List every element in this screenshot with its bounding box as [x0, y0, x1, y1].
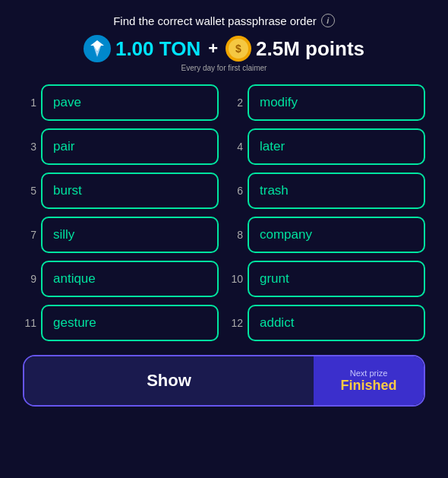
- word-box: modify: [248, 84, 425, 121]
- word-number: 9: [23, 273, 36, 285]
- word-number: 5: [23, 185, 36, 197]
- word-row: 6trash: [229, 173, 425, 209]
- header-title: Find the correct wallet passphrase order: [113, 14, 317, 27]
- word-row: 11gesture: [23, 305, 219, 341]
- points-amount: 2.5M points: [256, 37, 364, 61]
- word-box: antique: [41, 261, 219, 297]
- ton-badge: 1.00 TON: [84, 35, 200, 62]
- word-box: gesture: [41, 305, 219, 341]
- every-day-text: Every day for first claimer: [181, 64, 267, 72]
- next-prize-label: Next prize: [350, 369, 388, 378]
- word-box: pair: [41, 128, 219, 165]
- plus-sign: +: [208, 39, 218, 59]
- word-box: pave: [41, 84, 219, 121]
- word-row: 12addict: [229, 305, 425, 341]
- word-number: 7: [23, 229, 36, 241]
- ton-icon: [84, 35, 111, 62]
- svg-text:$: $: [235, 43, 241, 55]
- page-header: Find the correct wallet passphrase order…: [113, 14, 335, 27]
- word-number: 4: [229, 141, 243, 153]
- word-row: 2modify: [229, 84, 425, 121]
- info-icon[interactable]: i: [321, 14, 335, 27]
- word-row: 10grunt: [229, 261, 425, 297]
- word-row: 3pair: [23, 128, 219, 165]
- word-row: 7silly: [23, 217, 219, 253]
- words-grid: 1pave2modify3pair4later5burst6trash7sill…: [23, 84, 425, 341]
- word-box: grunt: [248, 261, 425, 297]
- word-row: 8company: [229, 217, 425, 253]
- word-number: 11: [23, 317, 36, 329]
- word-number: 12: [229, 317, 243, 329]
- word-box: later: [248, 128, 425, 165]
- word-row: 5burst: [23, 173, 219, 209]
- coin-icon: $: [226, 36, 251, 62]
- word-box: trash: [248, 173, 425, 209]
- word-row: 4later: [229, 128, 425, 165]
- points-badge: $ 2.5M points: [226, 36, 364, 62]
- reward-row: 1.00 TON + $ 2.5M points: [84, 35, 364, 62]
- ton-amount: 1.00 TON: [115, 37, 200, 61]
- word-row: 1pave: [23, 84, 219, 121]
- word-row: 9antique: [23, 261, 219, 297]
- word-box: burst: [41, 173, 219, 209]
- show-button[interactable]: Show: [24, 356, 314, 405]
- word-box: addict: [248, 305, 425, 341]
- word-box: company: [248, 217, 425, 253]
- word-number: 6: [229, 185, 243, 197]
- next-prize-value: Finished: [340, 378, 396, 394]
- word-number: 8: [229, 229, 243, 241]
- word-number: 10: [229, 273, 243, 285]
- word-box: silly: [41, 217, 219, 253]
- word-number: 2: [229, 97, 243, 109]
- next-prize-section: Next prize Finished: [314, 356, 424, 405]
- word-number: 3: [23, 141, 36, 153]
- bottom-bar: Show Next prize Finished: [23, 355, 425, 407]
- word-number: 1: [23, 97, 36, 109]
